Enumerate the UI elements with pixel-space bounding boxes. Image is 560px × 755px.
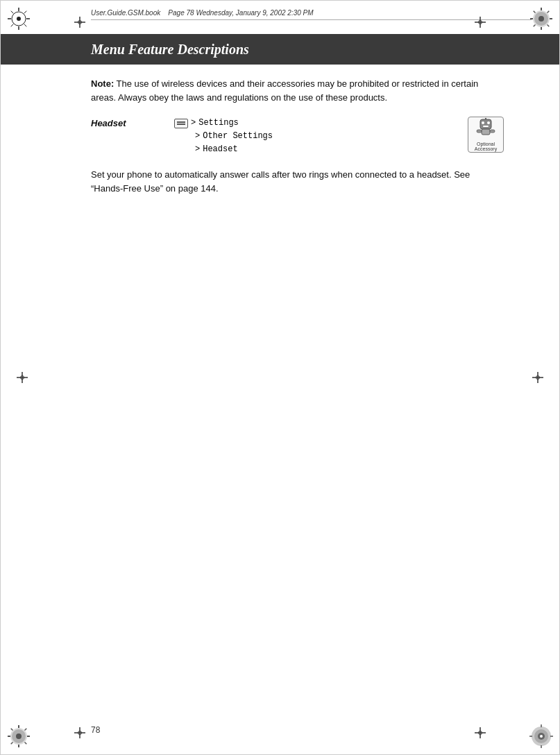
svg-rect-66: [490, 130, 495, 133]
cross-mark-top-left: [74, 16, 86, 28]
svg-point-12: [538, 16, 544, 22]
note-label: Note:: [91, 78, 114, 89]
cross-mark-bot-left: [74, 727, 86, 739]
page-title: Menu Feature Descriptions: [91, 42, 249, 58]
path-other-settings: Other Settings: [203, 130, 273, 143]
svg-line-18: [548, 11, 550, 13]
svg-line-20: [548, 25, 550, 27]
cross-mark-mid-left: [16, 371, 28, 384]
path-arrow-1: >: [191, 117, 196, 130]
meta-text: User.Guide.GSM.book: [91, 9, 160, 17]
meta-bar: User.Guide.GSM.book Page 78 Wednesday, J…: [91, 9, 532, 20]
svg-line-29: [25, 729, 27, 731]
cross-mark-top-right: [474, 16, 486, 28]
optional-accessory-badge: Optional Accessory: [468, 117, 504, 153]
feature-row-headset: Headset > Settings > Other Settings >: [91, 117, 504, 157]
svg-point-63: [485, 118, 486, 119]
svg-point-23: [16, 733, 22, 739]
svg-line-31: [25, 743, 27, 745]
svg-point-59: [482, 121, 484, 124]
svg-line-19: [534, 25, 536, 27]
svg-line-17: [534, 11, 536, 13]
reg-mark-bottom-right: [529, 724, 554, 749]
svg-rect-64: [482, 129, 490, 135]
feature-label: Headset: [91, 117, 160, 128]
path-line-1: > Settings: [174, 117, 239, 130]
note-text: The use of wireless devices and their ac…: [91, 78, 478, 103]
reg-mark-bottom-left: [6, 724, 31, 749]
svg-point-1: [17, 17, 21, 21]
header-banner: Menu Feature Descriptions: [1, 34, 559, 65]
note-paragraph: Note: The use of wireless devices and th…: [91, 77, 504, 104]
svg-line-30: [11, 743, 13, 745]
svg-rect-58: [480, 119, 491, 129]
cross-mark-bot-right: [474, 727, 486, 739]
svg-line-28: [11, 729, 13, 731]
page-number: 78: [91, 725, 100, 735]
cross-mark-mid-right: [532, 371, 544, 384]
svg-point-35: [540, 735, 543, 738]
path-headset: Headset: [203, 143, 237, 156]
feature-description: Set your phone to automatically answer c…: [91, 168, 504, 196]
svg-point-60: [487, 121, 490, 124]
svg-line-9: [24, 24, 27, 27]
page-container: User.Guide.GSM.book Page 78 Wednesday, J…: [0, 0, 560, 755]
path-arrow-3: >: [195, 143, 200, 156]
optional-label-line2: Accessory: [475, 146, 497, 151]
feature-path: > Settings > Other Settings > Headset: [174, 117, 454, 157]
svg-rect-61: [483, 126, 489, 127]
menu-icon: [174, 119, 188, 128]
path-arrow-2: >: [195, 130, 200, 143]
path-line-2: > Other Settings: [174, 130, 273, 143]
svg-rect-65: [477, 130, 482, 133]
svg-line-7: [24, 11, 27, 14]
meta-page-info: Page 78 Wednesday, January 9, 2002 2:30 …: [168, 9, 313, 17]
content-area: Note: The use of wireless devices and th…: [91, 77, 504, 196]
path-settings: Settings: [198, 117, 239, 130]
svg-line-8: [11, 24, 14, 27]
robot-icon: [475, 118, 496, 140]
path-line-3: > Headset: [174, 143, 238, 156]
svg-line-6: [11, 11, 14, 14]
optional-label-line1: Optional: [477, 142, 495, 146]
reg-mark-top-right: [529, 6, 554, 31]
reg-mark-top-left: [6, 6, 31, 31]
